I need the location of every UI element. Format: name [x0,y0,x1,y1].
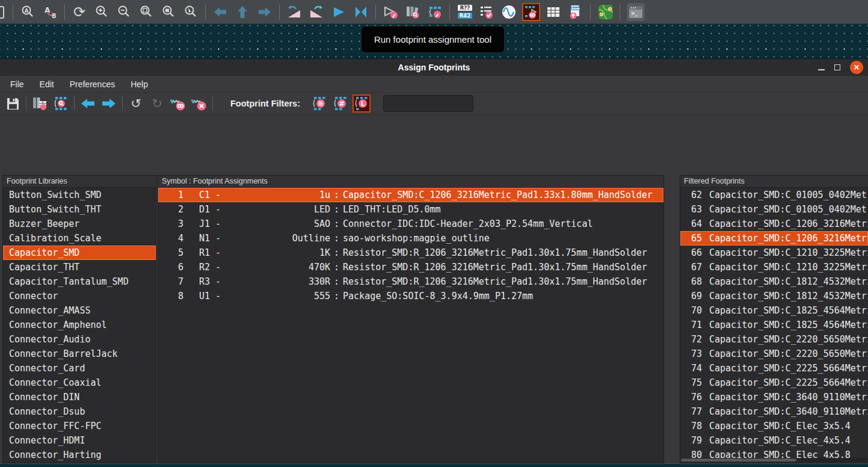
library-item[interactable]: Connector_Coaxial [3,376,156,390]
nav-right-icon[interactable] [257,4,272,20]
assignment-row[interactable]: 4N1 -Outline:sao-workshop:magpie_outline [158,231,663,246]
dialog-titlebar[interactable]: Assign Footprints ✕ [0,59,868,76]
annotate-icon[interactable]: R??R42 [457,4,472,20]
menu-file[interactable]: File [2,76,32,93]
zoom-page-icon[interactable] [138,4,154,20]
library-item[interactable]: Calibration_Scale [3,231,156,246]
horizontal-scrollbar[interactable] [681,458,867,462]
footprint-library-table-icon[interactable] [32,96,48,111]
nav-left-icon[interactable] [212,4,228,20]
rotate-cw-icon[interactable] [309,4,324,20]
edit-footprints-icon[interactable] [427,4,443,20]
library-item[interactable]: Connector_Audio [3,332,156,347]
assignment-row[interactable]: 8U1 -555:Package_SO:SOIC-8_3.9x4.9mm_P1.… [158,289,663,303]
filtered-footprint-row[interactable]: 73Capacitor_SMD:C_2220_5650Metric [680,347,868,361]
filtered-footprint-row[interactable]: 70Capacitor_SMD:C_1825_4564Metric [680,303,868,318]
rotate-ccw-icon[interactable] [286,4,302,20]
assignment-row[interactable]: 1C1 -1u:Capacitor_SMD:C_1206_3216Metric_… [158,188,663,202]
zoom-selection-icon[interactable] [183,4,199,20]
svg-text:R42: R42 [460,13,470,19]
filtered-footprint-row[interactable]: 71Capacitor_SMD:C_1825_4564Metric [680,318,868,332]
zoom-objects-icon[interactable] [161,4,176,20]
filtered-footprint-row[interactable]: 63Capacitor_SMD:C_01005_0402Metric [680,202,868,217]
library-item[interactable]: Capacitor_THT [3,260,156,274]
simulator-icon[interactable] [501,4,517,20]
library-item[interactable]: Connector_Amphenol [3,318,156,332]
menu-help[interactable]: Help [123,76,156,93]
delete-association-icon[interactable] [170,96,186,111]
zoom-out-icon[interactable] [116,4,132,20]
library-item[interactable]: Capacitor_Tantalum_SMD [3,274,156,289]
filtered-footprint-row[interactable]: 69Capacitor_SMD:C_1812_4532Metric [680,289,868,303]
previous-symbol-icon[interactable] [80,96,96,111]
library-item[interactable]: Connector_Card [3,361,156,376]
filtered-footprint-row[interactable]: 64Capacitor_SMD:C_1206_3216Metric [680,217,868,231]
assignment-row[interactable]: 2D1 -LED:LED_THT:LED_D5.0mm [158,202,663,217]
library-item[interactable]: Capacitor_SMD [3,246,156,260]
export-bom-icon[interactable]: .bom [568,4,583,20]
save-icon[interactable] [5,96,20,111]
browse-symbol-libraries-icon[interactable] [405,4,420,20]
filtered-footprints-list[interactable]: 62Capacitor_SMD:C_01005_0402Metric63Capa… [680,188,868,463]
library-item[interactable]: Button_Switch_SMD [3,188,156,202]
assignment-row[interactable]: 3J1 -SAO:Connector_IDC:IDC-Header_2x03_P… [158,217,663,231]
assignment-row[interactable]: 7R3 -330R:Resistor_SMD:R_1206_3216Metric… [158,274,663,289]
library-item[interactable]: Connector_Dsub [3,404,156,419]
footprint-libraries-list[interactable]: Button_Switch_SMDButton_Switch_THTBuzzer… [3,188,156,463]
filtered-footprint-row[interactable]: 66Capacitor_SMD:C_1210_3225Metric [680,246,868,260]
symbol-assignments-list[interactable]: 1C1 -1u:Capacitor_SMD:C_1206_3216Metric_… [158,188,663,463]
clipboard-icon[interactable] [0,4,6,20]
symbol-fields-table-icon[interactable] [546,4,561,20]
view-footprint-icon[interactable] [53,96,69,111]
filtered-footprint-row[interactable]: 78Capacitor_SMD:C_Elec_3x5.4 [680,419,868,433]
next-symbol-icon[interactable] [101,96,117,111]
refresh-icon[interactable]: ⟳ [72,4,87,20]
filtered-footprint-row[interactable]: 75Capacitor_SMD:C_2225_5664Metric [680,376,868,390]
mirror-horizontal-icon[interactable] [331,4,346,20]
assign-footprints-icon[interactable] [523,4,539,20]
library-item[interactable]: Connector_DIN [3,390,156,404]
library-item[interactable]: Button_Switch_THT [3,202,156,217]
minimize-button[interactable] [818,69,825,70]
mirror-vertical-icon[interactable] [353,4,369,20]
filtered-footprint-row[interactable]: 68Capacitor_SMD:C_1812_4532Metric [680,274,868,289]
nav-up-icon[interactable] [235,4,250,20]
filtered-footprint-row[interactable]: 67Capacitor_SMD:C_1210_3225Metric [680,260,868,274]
library-item[interactable]: Connector [3,289,156,303]
erc-check-icon[interactable] [479,4,494,20]
filtered-footprint-row[interactable]: 62Capacitor_SMD:C_01005_0402Metric [680,188,868,202]
redo-icon[interactable]: ↻ [149,96,165,111]
dialog-title: Assign Footprints [398,63,470,72]
filtered-footprint-row[interactable]: 79Capacitor_SMD:C_Elec_4x5.4 [680,433,868,448]
library-item[interactable]: Connector_BarrelJack [3,347,156,361]
library-item[interactable]: Connector_Harting [3,448,156,462]
library-item[interactable]: Connector_HDMI [3,433,156,448]
find-icon[interactable]: A [20,4,35,20]
assignment-row[interactable]: 6R2 -470K:Resistor_SMD:R_1206_3216Metric… [158,260,663,274]
library-item[interactable]: Connector_FFC-FPC [3,419,156,433]
menu-edit[interactable]: Edit [32,76,62,93]
zoom-in-icon[interactable] [94,4,109,20]
delete-all-associations-icon[interactable] [191,96,207,111]
filter-by-keyword-icon[interactable] [312,96,327,111]
pcb-editor-icon[interactable] [597,4,613,20]
library-item[interactable]: Buzzer_Beeper [3,217,156,231]
menu-preferences[interactable]: Preferences [62,76,123,93]
filtered-footprint-row[interactable]: 72Capacitor_SMD:C_2220_5650Metric [680,332,868,347]
filtered-footprint-row[interactable]: 76Capacitor_SMD:C_3640_9110Metric [680,390,868,404]
filtered-footprint-row[interactable]: 77Capacitor_SMD:C_3640_9110Metric [680,404,868,419]
edit-symbols-icon[interactable] [383,4,398,20]
filter-by-library-icon[interactable]: L [354,96,369,111]
find-replace-icon[interactable]: AB [42,4,58,20]
scripting-console-icon[interactable]: >_ [627,3,645,21]
scrollbar-thumb[interactable] [681,459,796,462]
footprint-filter-input[interactable] [383,95,473,112]
close-button[interactable]: ✕ [850,61,863,74]
assignment-row[interactable]: 5R1 -1K:Resistor_SMD:R_1206_3216Metric_P… [158,246,663,260]
undo-icon[interactable]: ↺ [128,96,144,111]
filtered-footprint-row[interactable]: 74Capacitor_SMD:C_2225_5664Metric [680,361,868,376]
maximize-button[interactable] [834,64,840,70]
filter-by-pin-count-icon[interactable]: # [333,96,348,111]
library-item[interactable]: Connector_AMASS [3,303,156,318]
filtered-footprint-row[interactable]: 65Capacitor_SMD:C_1206_3216Metric [680,231,868,246]
